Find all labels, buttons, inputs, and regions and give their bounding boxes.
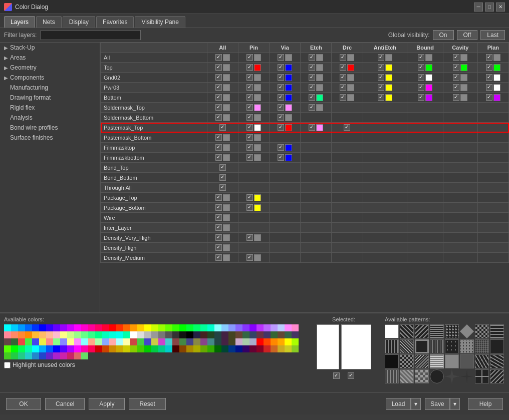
layer-cell[interactable] — [443, 243, 478, 253]
table-row[interactable]: Soldermask_Top — [101, 103, 509, 113]
color-cell[interactable] — [235, 324, 242, 331]
color-cell[interactable] — [74, 352, 81, 359]
layer-cell[interactable] — [407, 113, 443, 123]
layer-cell[interactable] — [270, 103, 301, 113]
layer-cell[interactable] — [332, 163, 363, 173]
layer-checkbox[interactable] — [453, 54, 459, 61]
layer-cell[interactable] — [207, 83, 238, 93]
color-cell[interactable] — [25, 338, 32, 345]
layer-color-swatch[interactable] — [223, 194, 230, 201]
color-cell[interactable] — [249, 338, 257, 345]
color-cell[interactable] — [60, 324, 67, 331]
table-row[interactable]: Bottom — [101, 93, 509, 103]
table-row[interactable]: Package_Top — [101, 193, 509, 203]
color-cell[interactable] — [46, 345, 53, 352]
layer-cell[interactable] — [477, 213, 508, 223]
layer-checkbox[interactable] — [246, 194, 253, 201]
layer-color-swatch[interactable] — [316, 54, 323, 61]
color-cell[interactable] — [88, 324, 95, 331]
layer-color-swatch[interactable] — [425, 74, 432, 81]
color-cell[interactable] — [95, 338, 102, 345]
sidebar-item-manufacturing[interactable]: Manufacturing — [0, 83, 100, 93]
layer-table-container[interactable]: AllPinViaEtchDrcAntiEtchBoundCavityPlanA… — [100, 43, 509, 312]
layer-color-swatch[interactable] — [316, 94, 323, 101]
layer-checkbox[interactable] — [418, 54, 424, 61]
pattern-cell-cross[interactable] — [445, 369, 459, 383]
layer-checkbox[interactable] — [246, 104, 253, 111]
color-cell[interactable] — [67, 352, 74, 359]
layer-checkbox[interactable] — [219, 174, 226, 181]
layer-cell[interactable] — [477, 253, 508, 263]
color-cell[interactable] — [74, 345, 81, 352]
layer-cell[interactable] — [443, 253, 478, 263]
layer-color-swatch[interactable] — [223, 154, 230, 161]
pattern-cell-plus[interactable] — [460, 369, 474, 383]
layer-cell[interactable] — [332, 93, 363, 103]
color-cell[interactable] — [221, 345, 228, 352]
color-cell[interactable] — [264, 345, 271, 352]
layer-cell[interactable] — [238, 123, 269, 133]
layer-cell[interactable] — [207, 233, 238, 243]
layer-cell[interactable] — [207, 103, 238, 113]
layer-checkbox[interactable] — [309, 74, 315, 81]
color-cell[interactable] — [179, 331, 186, 338]
layer-checkbox[interactable] — [278, 114, 284, 121]
layer-cell[interactable] — [238, 193, 269, 203]
layer-cell[interactable] — [238, 73, 269, 83]
table-row[interactable]: Top — [101, 63, 509, 73]
color-cell[interactable] — [60, 352, 67, 359]
color-cell[interactable] — [53, 338, 60, 345]
pattern-cell-circle[interactable] — [430, 369, 444, 383]
layer-checkbox[interactable] — [278, 104, 284, 111]
layer-cell[interactable] — [332, 243, 363, 253]
color-cell[interactable] — [151, 331, 158, 338]
color-cell[interactable] — [165, 345, 172, 352]
layer-cell[interactable] — [407, 183, 443, 193]
layer-color-swatch[interactable] — [254, 64, 261, 71]
layer-color-swatch[interactable] — [223, 244, 230, 251]
layer-cell[interactable] — [207, 143, 238, 153]
color-cell[interactable] — [292, 324, 299, 331]
layer-cell[interactable] — [477, 133, 508, 143]
layer-checkbox[interactable] — [418, 94, 424, 101]
save-button[interactable]: Save — [425, 398, 450, 410]
layer-cell[interactable] — [363, 63, 407, 73]
apply-button[interactable]: Apply — [89, 398, 125, 410]
sidebar-item-surface-finishes[interactable]: Surface finishes — [0, 133, 100, 143]
layer-color-swatch[interactable] — [285, 124, 292, 131]
layer-color-swatch[interactable] — [460, 84, 467, 91]
layer-checkbox[interactable] — [246, 124, 253, 131]
color-cell[interactable] — [278, 324, 285, 331]
layer-color-swatch[interactable] — [316, 124, 323, 131]
tab-favorites[interactable]: Favorites — [96, 16, 134, 28]
color-cell[interactable] — [235, 338, 242, 345]
color-cell[interactable] — [130, 338, 137, 345]
layer-cell[interactable] — [407, 133, 443, 143]
color-cell[interactable] — [214, 345, 221, 352]
color-cell[interactable] — [67, 324, 74, 331]
color-cell[interactable] — [67, 345, 74, 352]
load-dropdown-button[interactable]: ▾ — [411, 398, 421, 410]
layer-cell[interactable] — [363, 253, 407, 263]
color-cell[interactable] — [18, 338, 25, 345]
layer-cell[interactable] — [207, 73, 238, 83]
layer-cell[interactable] — [270, 93, 301, 103]
color-cell[interactable] — [221, 338, 228, 345]
pattern-cell-checker[interactable] — [475, 324, 489, 338]
layer-color-swatch[interactable] — [223, 234, 230, 241]
layer-checkbox[interactable] — [309, 104, 315, 111]
color-cell[interactable] — [53, 352, 60, 359]
color-cell[interactable] — [158, 331, 165, 338]
layer-color-swatch[interactable] — [254, 154, 261, 161]
layer-checkbox[interactable] — [215, 204, 222, 211]
layer-color-swatch[interactable] — [254, 74, 261, 81]
color-cell[interactable] — [130, 324, 137, 331]
pattern-cell-triangle[interactable] — [400, 369, 414, 383]
layer-cell[interactable] — [477, 73, 508, 83]
layer-cell[interactable] — [238, 93, 269, 103]
minimize-button[interactable]: ─ — [474, 3, 483, 12]
pattern-cell-hexagon[interactable] — [415, 369, 429, 383]
layer-checkbox[interactable] — [309, 94, 315, 101]
layer-cell[interactable] — [332, 253, 363, 263]
color-cell[interactable] — [144, 324, 151, 331]
